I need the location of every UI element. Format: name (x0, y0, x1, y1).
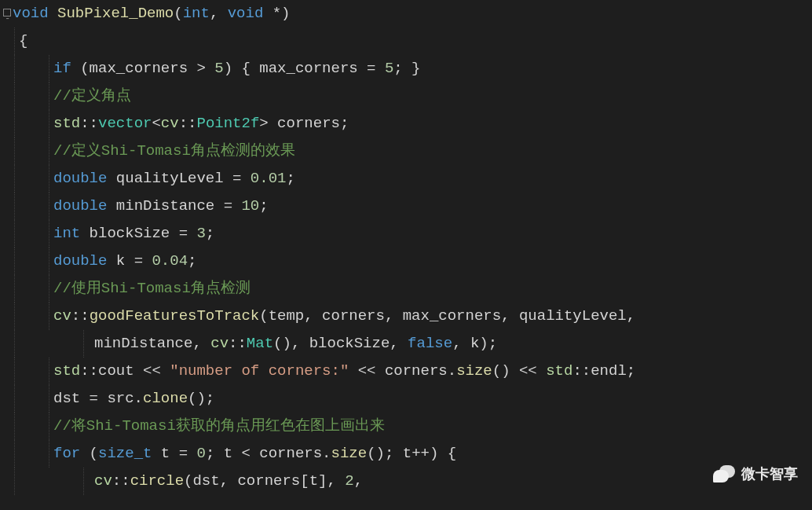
code-line: for (size_t t = 0; t < corners.size(); t… (0, 440, 812, 468)
code-line: //定义角点 (0, 83, 812, 110)
watermark: 微卡智享 (713, 460, 798, 488)
code-line: cv::circle(dst, corners[t], 2, (0, 468, 812, 495)
code-line: int blockSize = 3; (0, 220, 812, 248)
code-line: //定义Shi-Tomasi角点检测的效果 (0, 138, 812, 165)
code-line: double qualityLevel = 0.01; (0, 165, 812, 193)
fold-marker-icon[interactable] (3, 9, 11, 17)
code-line: minDistance, cv::Mat(), blockSize, false… (0, 330, 812, 358)
code-line: if (max_corners > 5) { max_corners = 5; … (0, 55, 812, 83)
code-line: { (0, 28, 812, 55)
code-line: //使用Shi-Tomasi角点检测 (0, 275, 812, 303)
code-line: //将Shi-Tomasi获取的角点用红色在图上画出来 (0, 413, 812, 440)
code-editor[interactable]: void SubPixel_Demo(int, void *) { if (ma… (0, 0, 812, 495)
code-line: std::cout << "number of corners:" << cor… (0, 358, 812, 385)
code-line: std::vector<cv::Point2f> corners; (0, 110, 812, 138)
code-line: dst = src.clone(); (0, 385, 812, 413)
code-line: double k = 0.04; (0, 248, 812, 275)
wechat-icon (713, 465, 735, 484)
code-line: double minDistance = 10; (0, 193, 812, 220)
code-line: cv::goodFeaturesToTrack(temp, corners, m… (0, 303, 812, 330)
watermark-text: 微卡智享 (741, 460, 798, 488)
code-line: void SubPixel_Demo(int, void *) (0, 0, 812, 28)
